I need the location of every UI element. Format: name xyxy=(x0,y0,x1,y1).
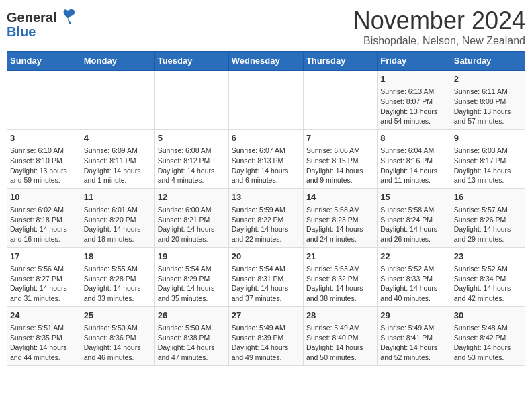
daylight-text: Daylight: 14 hours and 29 minutes. xyxy=(454,225,511,243)
daylight-text: Daylight: 14 hours and 46 minutes. xyxy=(84,343,141,361)
calendar-cell: 16Sunrise: 5:57 AMSunset: 8:26 PMDayligh… xyxy=(451,188,525,247)
calendar-cell xyxy=(154,71,228,130)
daylight-text: Daylight: 14 hours and 9 minutes. xyxy=(306,167,363,185)
day-number: 2 xyxy=(454,73,522,85)
daylight-text: Daylight: 14 hours and 24 minutes. xyxy=(306,225,363,243)
title-block: November 2024 Bishopdale, Nelson, New Ze… xyxy=(353,7,525,47)
month-title: November 2024 xyxy=(353,7,525,35)
calendar-cell: 26Sunrise: 5:50 AMSunset: 8:38 PMDayligh… xyxy=(154,306,228,365)
day-number: 9 xyxy=(454,132,522,144)
sunset-text: Sunset: 8:23 PM xyxy=(306,216,359,224)
calendar-table: SundayMondayTuesdayWednesdayThursdayFrid… xyxy=(7,51,525,366)
sunrise-text: Sunrise: 6:10 AM xyxy=(10,146,64,154)
sunrise-text: Sunrise: 6:04 AM xyxy=(380,146,434,154)
calendar-cell: 29Sunrise: 5:49 AMSunset: 8:41 PMDayligh… xyxy=(378,306,451,365)
sunset-text: Sunset: 8:36 PM xyxy=(84,334,136,342)
sunrise-text: Sunrise: 5:49 AM xyxy=(232,324,285,332)
sunset-text: Sunset: 8:28 PM xyxy=(84,275,136,283)
daylight-text: Daylight: 14 hours and 22 minutes. xyxy=(232,225,289,243)
logo-bird-icon xyxy=(58,7,77,26)
sunrise-text: Sunrise: 5:59 AM xyxy=(232,205,285,214)
sunrise-text: Sunrise: 5:55 AM xyxy=(84,265,138,273)
sunset-text: Sunset: 8:08 PM xyxy=(454,97,506,105)
sunset-text: Sunset: 8:22 PM xyxy=(232,216,284,224)
sunset-text: Sunset: 8:29 PM xyxy=(158,275,210,283)
calendar-cell: 21Sunrise: 5:53 AMSunset: 8:32 PMDayligh… xyxy=(303,247,377,306)
sunset-text: Sunset: 8:31 PM xyxy=(232,275,284,283)
sunset-text: Sunset: 8:07 PM xyxy=(380,97,433,105)
daylight-text: Daylight: 14 hours and 44 minutes. xyxy=(10,343,67,361)
day-number: 23 xyxy=(454,250,522,263)
calendar-cell: 3Sunrise: 6:10 AMSunset: 8:10 PMDaylight… xyxy=(7,129,81,188)
calendar-cell: 22Sunrise: 5:52 AMSunset: 8:33 PMDayligh… xyxy=(378,247,451,306)
sunset-text: Sunset: 8:39 PM xyxy=(232,334,284,342)
calendar-cell: 23Sunrise: 5:52 AMSunset: 8:34 PMDayligh… xyxy=(451,247,525,306)
day-number: 5 xyxy=(158,132,226,144)
page-header: General Blue November 2024 Bishopdale, N… xyxy=(7,7,525,47)
daylight-text: Daylight: 13 hours and 57 minutes. xyxy=(454,107,511,126)
logo-general: General xyxy=(7,10,56,25)
calendar-cell: 25Sunrise: 5:50 AMSunset: 8:36 PMDayligh… xyxy=(81,306,154,365)
daylight-text: Daylight: 14 hours and 53 minutes. xyxy=(454,343,511,361)
day-number: 7 xyxy=(306,132,374,144)
sunrise-text: Sunrise: 5:50 AM xyxy=(84,324,138,332)
calendar-cell: 8Sunrise: 6:04 AMSunset: 8:16 PMDaylight… xyxy=(378,129,451,188)
sunrise-text: Sunrise: 5:50 AM xyxy=(158,324,212,332)
daylight-text: Daylight: 14 hours and 40 minutes. xyxy=(380,284,437,302)
calendar-cell: 14Sunrise: 5:58 AMSunset: 8:23 PMDayligh… xyxy=(303,188,377,247)
day-number: 30 xyxy=(454,310,522,322)
sunset-text: Sunset: 8:40 PM xyxy=(306,334,359,342)
daylight-text: Daylight: 14 hours and 50 minutes. xyxy=(306,343,363,361)
daylight-text: Daylight: 14 hours and 4 minutes. xyxy=(158,167,215,185)
day-number: 10 xyxy=(10,191,78,203)
sunrise-text: Sunrise: 5:54 AM xyxy=(158,265,212,273)
day-number: 24 xyxy=(10,310,78,322)
day-number: 22 xyxy=(380,250,447,263)
sunrise-text: Sunrise: 6:11 AM xyxy=(454,87,508,95)
day-number: 29 xyxy=(380,310,447,322)
sunrise-text: Sunrise: 5:53 AM xyxy=(306,265,360,273)
sunrise-text: Sunrise: 5:58 AM xyxy=(380,205,434,214)
sunrise-text: Sunrise: 5:54 AM xyxy=(232,265,285,273)
day-number: 4 xyxy=(84,132,152,144)
calendar-cell: 10Sunrise: 6:02 AMSunset: 8:18 PMDayligh… xyxy=(7,188,81,247)
daylight-text: Daylight: 14 hours and 11 minutes. xyxy=(380,167,437,185)
calendar-cell: 9Sunrise: 6:03 AMSunset: 8:17 PMDaylight… xyxy=(451,129,525,188)
sunset-text: Sunset: 8:20 PM xyxy=(84,216,136,224)
daylight-text: Daylight: 14 hours and 42 minutes. xyxy=(454,284,511,302)
calendar-cell: 30Sunrise: 5:48 AMSunset: 8:42 PMDayligh… xyxy=(451,306,525,365)
calendar-cell: 20Sunrise: 5:54 AMSunset: 8:31 PMDayligh… xyxy=(228,247,303,306)
day-number: 27 xyxy=(232,310,300,322)
daylight-text: Daylight: 14 hours and 35 minutes. xyxy=(158,284,215,302)
calendar-cell: 1Sunrise: 6:13 AMSunset: 8:07 PMDaylight… xyxy=(378,71,451,130)
sunset-text: Sunset: 8:26 PM xyxy=(454,216,506,224)
daylight-text: Daylight: 14 hours and 20 minutes. xyxy=(158,225,215,243)
calendar-cell: 4Sunrise: 6:09 AMSunset: 8:11 PMDaylight… xyxy=(81,129,154,188)
sunset-text: Sunset: 8:32 PM xyxy=(306,275,359,283)
sunrise-text: Sunrise: 6:13 AM xyxy=(380,87,434,95)
daylight-text: Daylight: 14 hours and 16 minutes. xyxy=(10,225,67,243)
daylight-text: Daylight: 14 hours and 6 minutes. xyxy=(232,167,289,185)
sunrise-text: Sunrise: 5:56 AM xyxy=(10,265,64,273)
sunrise-text: Sunrise: 6:02 AM xyxy=(10,205,64,214)
daylight-text: Daylight: 14 hours and 31 minutes. xyxy=(10,284,67,302)
logo: General Blue xyxy=(7,9,77,40)
day-number: 6 xyxy=(232,132,300,144)
day-number: 1 xyxy=(380,73,447,85)
daylight-text: Daylight: 14 hours and 18 minutes. xyxy=(84,225,141,243)
calendar-cell: 27Sunrise: 5:49 AMSunset: 8:39 PMDayligh… xyxy=(228,306,303,365)
sunrise-text: Sunrise: 5:48 AM xyxy=(454,324,508,332)
sunset-text: Sunset: 8:35 PM xyxy=(10,334,62,342)
day-number: 12 xyxy=(158,191,226,203)
day-number: 15 xyxy=(380,191,447,203)
daylight-text: Daylight: 14 hours and 1 minute. xyxy=(84,167,141,185)
sunrise-text: Sunrise: 5:52 AM xyxy=(454,265,508,273)
daylight-text: Daylight: 13 hours and 54 minutes. xyxy=(380,107,437,126)
sunrise-text: Sunrise: 6:09 AM xyxy=(84,146,138,154)
sunset-text: Sunset: 8:17 PM xyxy=(454,156,506,165)
day-number: 16 xyxy=(454,191,522,203)
daylight-text: Daylight: 14 hours and 38 minutes. xyxy=(306,284,363,302)
sunset-text: Sunset: 8:18 PM xyxy=(10,216,62,224)
sunrise-text: Sunrise: 6:07 AM xyxy=(232,146,285,154)
weekday-header-sunday: Sunday xyxy=(7,52,81,71)
